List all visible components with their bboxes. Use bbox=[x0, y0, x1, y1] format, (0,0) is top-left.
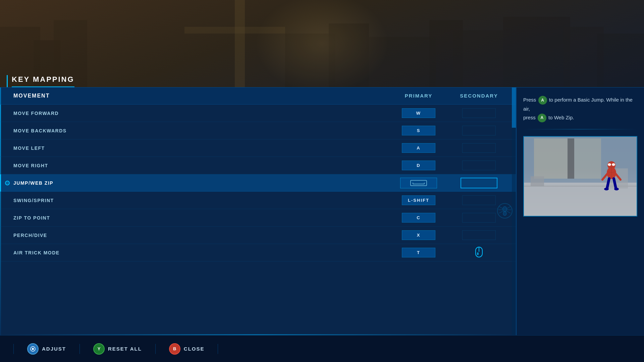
primary-key[interactable]: X bbox=[402, 230, 435, 240]
primary-cell: A bbox=[388, 143, 449, 153]
svg-rect-32 bbox=[574, 138, 601, 179]
primary-key[interactable]: W bbox=[402, 108, 435, 118]
primary-key[interactable]: L-SHIFT bbox=[402, 195, 435, 205]
primary-col-header: PRIMARY bbox=[388, 93, 449, 99]
row-move-left[interactable]: MOVE LEFT A bbox=[0, 139, 516, 157]
svg-rect-5 bbox=[285, 34, 335, 87]
svg-line-23 bbox=[499, 206, 503, 208]
bg-architecture bbox=[0, 0, 644, 87]
svg-rect-30 bbox=[534, 138, 568, 179]
action-label: AIR TRICK MODE bbox=[13, 250, 388, 255]
primary-key[interactable]: D bbox=[402, 161, 435, 170]
secondary-key[interactable] bbox=[461, 178, 497, 188]
secondary-key[interactable] bbox=[462, 230, 496, 240]
sep-2 bbox=[79, 344, 80, 354]
preview-image bbox=[524, 137, 637, 216]
svg-line-46 bbox=[616, 174, 621, 180]
svg-point-21 bbox=[503, 206, 507, 212]
reset-button-icon: Y bbox=[93, 343, 105, 355]
row-air-trick-mode[interactable]: AIR TRICK MODE T bbox=[0, 244, 516, 261]
bottom-bar: ADJUST Y RESET ALL B CLOSE bbox=[0, 335, 644, 362]
corner-br bbox=[633, 213, 637, 217]
svg-rect-35 bbox=[531, 176, 544, 186]
info-text-suffix: to Web Zip. bbox=[548, 115, 574, 120]
svg-point-22 bbox=[503, 212, 506, 216]
svg-line-28 bbox=[507, 211, 511, 213]
secondary-cell bbox=[449, 126, 509, 135]
svg-rect-9 bbox=[453, 30, 503, 87]
corner-tr bbox=[633, 136, 637, 140]
svg-point-44 bbox=[614, 188, 619, 190]
info-description: Press A to perform a Basic Jump. While i… bbox=[523, 96, 637, 122]
svg-line-45 bbox=[602, 174, 607, 180]
row-jump-web-zip[interactable]: JUMP/WEB ZIP bbox=[0, 174, 516, 192]
corner-tl bbox=[523, 136, 527, 140]
section-movement-title: MOVEMENT bbox=[13, 93, 388, 99]
primary-cell: W bbox=[388, 108, 449, 118]
button-a-icon-1: A bbox=[538, 96, 547, 105]
action-label: ZIP TO POINT bbox=[13, 215, 388, 221]
row-move-backwards[interactable]: MOVE BACKWARDS S bbox=[0, 122, 516, 139]
adjust-button-icon bbox=[27, 343, 39, 355]
svg-rect-10 bbox=[503, 17, 570, 87]
secondary-cell bbox=[449, 143, 509, 153]
primary-cell: X bbox=[388, 230, 449, 240]
primary-key[interactable]: A bbox=[402, 143, 435, 153]
sep-3 bbox=[155, 344, 156, 354]
sep-4 bbox=[218, 344, 218, 354]
preview-container bbox=[523, 136, 637, 217]
action-label: JUMP/WEB ZIP bbox=[13, 180, 388, 186]
row-swing-sprint[interactable]: SWING/SPRINT L-SHIFT bbox=[0, 192, 516, 209]
close-button-icon: B bbox=[169, 343, 180, 355]
primary-key[interactable]: C bbox=[402, 213, 435, 223]
primary-key[interactable]: T bbox=[402, 248, 435, 257]
svg-rect-31 bbox=[568, 138, 574, 179]
adjust-action[interactable]: ADJUST bbox=[27, 343, 66, 355]
svg-line-25 bbox=[499, 211, 503, 213]
title-accent bbox=[7, 75, 8, 87]
left-panel: MOVEMENT PRIMARY SECONDARY MOVE FORWARD … bbox=[0, 87, 517, 335]
secondary-key[interactable] bbox=[462, 195, 496, 205]
close-label: CLOSE bbox=[184, 346, 205, 352]
secondary-key[interactable] bbox=[462, 161, 496, 170]
secondary-cell bbox=[449, 108, 509, 118]
b-letter: B bbox=[173, 346, 176, 351]
action-label: MOVE FORWARD bbox=[13, 111, 388, 116]
adjust-label: ADJUST bbox=[42, 346, 66, 352]
spiderman-character bbox=[600, 158, 623, 195]
scroll-thumb[interactable] bbox=[512, 87, 516, 128]
content-area: MOVEMENT PRIMARY SECONDARY MOVE FORWARD … bbox=[0, 87, 644, 335]
row-move-right[interactable]: MOVE RIGHT D bbox=[0, 157, 516, 174]
mouse-icon-cell bbox=[474, 246, 484, 259]
right-panel: Press A to perform a Basic Jump. While i… bbox=[517, 87, 644, 335]
secondary-col-header: SECONDARY bbox=[449, 93, 509, 99]
action-label: MOVE RIGHT bbox=[13, 163, 388, 168]
svg-point-51 bbox=[32, 349, 32, 349]
thumbstick-icon bbox=[30, 346, 36, 352]
primary-key[interactable]: S bbox=[402, 126, 435, 135]
reset-all-action[interactable]: Y RESET ALL bbox=[93, 343, 142, 355]
secondary-key[interactable] bbox=[462, 143, 496, 153]
secondary-key[interactable] bbox=[462, 126, 496, 135]
row-move-forward[interactable]: MOVE FORWARD W bbox=[0, 105, 516, 122]
secondary-cell bbox=[449, 230, 509, 240]
secondary-key[interactable] bbox=[462, 108, 496, 118]
info-text-prefix: Press bbox=[523, 97, 536, 103]
corner-bl bbox=[523, 213, 527, 217]
close-action[interactable]: B CLOSE bbox=[169, 343, 205, 355]
row-perch-dive[interactable]: PERCH/DIVE X bbox=[0, 227, 516, 244]
action-label: SWING/SPRINT bbox=[13, 198, 388, 203]
mouse-icon bbox=[474, 246, 484, 259]
primary-cell: D bbox=[388, 161, 449, 170]
svg-point-43 bbox=[604, 188, 609, 190]
secondary-key[interactable] bbox=[462, 213, 496, 223]
svg-line-42 bbox=[614, 179, 616, 188]
row-zip-to-point[interactable]: ZIP TO POINT C bbox=[0, 209, 516, 227]
top-background: KEY MAPPING bbox=[0, 0, 644, 87]
bottom-accent bbox=[0, 334, 516, 335]
spider-logo-icon bbox=[496, 202, 513, 219]
primary-key[interactable] bbox=[400, 178, 437, 188]
svg-rect-12 bbox=[597, 34, 644, 87]
space-key-icon bbox=[410, 180, 427, 186]
y-letter: Y bbox=[98, 346, 101, 351]
